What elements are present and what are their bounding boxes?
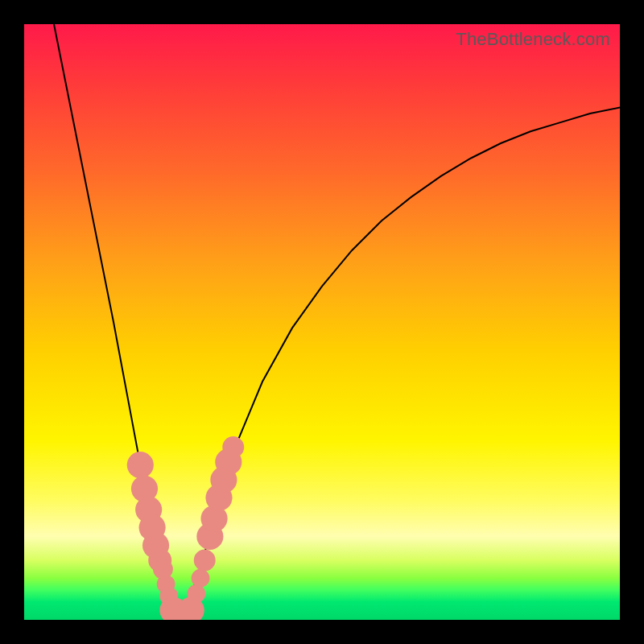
data-marker — [194, 550, 216, 572]
data-marker — [127, 452, 154, 478]
data-marker — [187, 584, 205, 603]
curve-right — [179, 108, 620, 620]
data-marker — [222, 436, 244, 458]
bottleneck-chart — [24, 24, 620, 620]
marker-group — [127, 436, 244, 620]
watermark-label: TheBottleneck.com — [456, 29, 610, 50]
data-marker — [192, 569, 210, 588]
chart-frame: TheBottleneck.com — [24, 24, 620, 620]
